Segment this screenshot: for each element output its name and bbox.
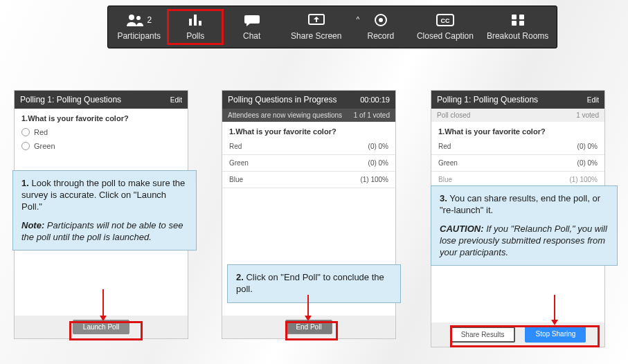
step-number: 3. — [440, 193, 447, 203]
participants-icon: 2 — [126, 12, 152, 28]
radio-icon — [21, 142, 30, 150]
sub-left: Attendees are now viewing questions — [228, 111, 342, 119]
note-text: Participants will not be able to see the… — [21, 220, 183, 242]
result-name: Red — [229, 143, 242, 150]
result-row: Green(0) 0% — [431, 155, 604, 172]
closed-right: 1 voted — [576, 111, 599, 119]
participants-count: 2 — [147, 15, 152, 25]
panel-subheader: Attendees are now viewing questions 1 of… — [222, 109, 395, 122]
note-label: Note: — [21, 220, 44, 230]
share-screen-icon — [307, 12, 325, 28]
toolbar-label: Polls — [186, 31, 204, 41]
toolbar-label: Chat — [243, 31, 260, 41]
result-stat: (0) 0% — [577, 143, 598, 150]
callout-step-2: 2. Click on "End Poll" to conclude the p… — [227, 264, 401, 303]
result-stat: (0) 0% — [368, 159, 388, 167]
share-results-button[interactable]: Share Results — [450, 327, 516, 343]
svg-rect-10 — [512, 15, 517, 19]
poll-question: 1.What is your favorite color? — [431, 122, 604, 138]
panel-header: Polling 1: Polling Questions Edit — [431, 91, 604, 109]
poll-closed-bar: Poll closed 1 voted — [431, 109, 604, 122]
toolbar-participants[interactable]: 2 Participants — [111, 9, 167, 45]
result-row: Green(0) 0% — [222, 155, 395, 172]
edit-link[interactable]: Edit — [587, 96, 599, 104]
result-stat: (1) 100% — [569, 176, 598, 183]
launch-poll-button[interactable]: Launch Poll — [73, 320, 129, 334]
result-name: Blue — [229, 176, 243, 183]
toolbar-share-screen[interactable]: Share Screen ^ — [280, 9, 352, 45]
toolbar-label: Record — [368, 31, 395, 41]
poll-option-row[interactable]: Red — [15, 125, 188, 139]
record-icon — [373, 12, 388, 28]
panel-title: Polling Questions in Progress — [228, 95, 337, 104]
svg-point-7 — [379, 18, 383, 22]
callout-step-1: 1. Look through the poll to make sure th… — [12, 170, 197, 251]
toolbar-closed-caption[interactable]: CC Closed Caption — [409, 9, 482, 45]
toolbar-record[interactable]: Record — [352, 9, 409, 45]
svg-rect-3 — [194, 15, 197, 26]
sub-right: 1 of 1 voted — [354, 111, 390, 119]
poll-timer: 00:00:19 — [360, 95, 390, 104]
arrow-step-2 — [307, 295, 309, 320]
arrow-step-3 — [554, 295, 555, 324]
result-row: Red(0) 0% — [222, 138, 395, 155]
step-number: 1. — [21, 178, 29, 188]
poll-question: 1.What is your favorite color? — [222, 122, 395, 138]
toolbar-label: Breakout Rooms — [487, 31, 548, 41]
result-name: Red — [438, 143, 451, 150]
end-poll-button[interactable]: End Poll — [285, 320, 332, 334]
step-text: Click on "End Poll" to conclude the poll… — [236, 272, 384, 294]
svg-point-1 — [136, 16, 141, 20]
panel-title: Polling 1: Polling Questions — [437, 95, 538, 104]
step-text: You can share results, end the poll, or … — [440, 193, 600, 215]
arrow-step-1 — [102, 289, 104, 320]
cc-icon: CC — [436, 12, 455, 28]
toolbar-breakout-rooms[interactable]: Breakout Rooms — [481, 9, 554, 45]
poll-question: 1.What is your favorite color? — [15, 109, 188, 125]
step-text: Look through the poll to make sure the s… — [21, 178, 185, 212]
result-stat: (0) 0% — [368, 143, 388, 150]
svg-rect-12 — [512, 21, 517, 26]
closed-left: Poll closed — [437, 111, 470, 119]
svg-rect-2 — [189, 19, 192, 26]
result-name: Green — [229, 159, 249, 167]
svg-text:CC: CC — [440, 17, 449, 24]
callout-step-3: 3. You can share results, end the poll, … — [431, 185, 618, 266]
panel-title: Polling 1: Polling Questions — [20, 95, 121, 104]
meeting-toolbar: 2 Participants Polls Chat Share Screen ^ — [107, 6, 557, 48]
panel-header: Polling 1: Polling Questions Edit — [15, 91, 188, 109]
svg-rect-11 — [519, 15, 524, 19]
poll-option-label: Green — [34, 142, 55, 150]
breakout-rooms-icon — [510, 12, 526, 28]
step-number: 2. — [236, 272, 244, 282]
radio-icon — [21, 128, 30, 136]
result-stat: (0) 0% — [577, 159, 598, 167]
toolbar-polls[interactable]: Polls — [167, 9, 223, 45]
result-stat: (1) 100% — [360, 176, 388, 183]
svg-rect-13 — [519, 21, 524, 26]
stop-sharing-button[interactable]: Stop Sharing — [525, 327, 586, 343]
result-row: Blue(1) 100% — [222, 172, 395, 188]
toolbar-chat[interactable]: Chat — [224, 9, 280, 45]
poll-option-row[interactable]: Green — [15, 139, 188, 153]
result-name: Green — [438, 159, 458, 167]
svg-rect-4 — [199, 21, 201, 26]
toolbar-label: Participants — [117, 31, 161, 41]
svg-point-0 — [129, 15, 134, 20]
toolbar-label: Closed Caption — [417, 31, 474, 41]
toolbar-label: Share Screen — [291, 31, 341, 41]
polls-icon — [188, 12, 203, 28]
edit-link[interactable]: Edit — [170, 96, 182, 104]
panel-button-bar: Share Results Stop Sharing — [431, 322, 604, 347]
chat-icon — [244, 12, 260, 28]
panel-header: Polling Questions in Progress 00:00:19 — [222, 91, 395, 109]
caution-label: CAUTION: — [440, 224, 484, 234]
poll-option-label: Red — [34, 128, 48, 136]
result-name: Blue — [438, 176, 452, 183]
result-row: Red(0) 0% — [431, 138, 604, 155]
